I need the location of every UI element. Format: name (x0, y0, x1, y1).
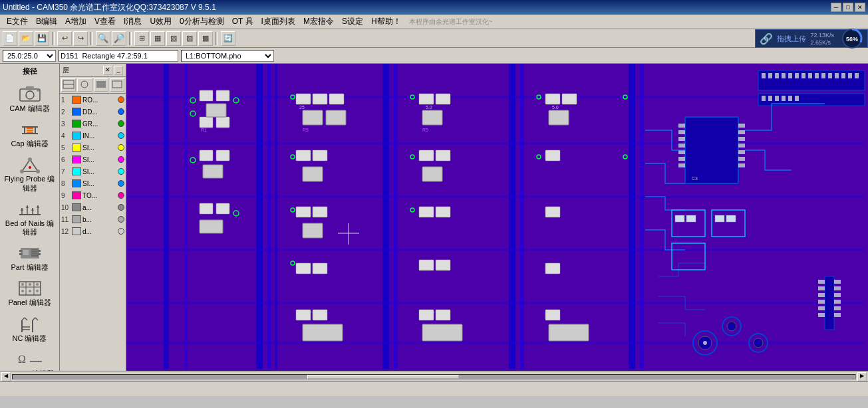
tb-zoom-in[interactable]: 🔍 (96, 31, 110, 46)
svg-rect-110 (296, 207, 311, 217)
tb-redo[interactable]: ↪ (73, 31, 88, 46)
layer-select[interactable]: L1:BOTTOM.pho L2:TOP.pho (181, 50, 274, 62)
upload-speed2: 2.65K/s (810, 39, 834, 46)
layer-panel-minimize[interactable]: _ (114, 66, 123, 75)
layer-row-10[interactable]: 10 a... (60, 201, 126, 213)
tb-grid5[interactable]: ▩ (198, 31, 213, 46)
scroll-left-btn[interactable]: ◀ (1, 372, 11, 381)
svg-rect-33 (38, 250, 41, 252)
menu-view[interactable]: V查看 (90, 15, 120, 29)
svg-marker-27 (31, 208, 34, 211)
svg-rect-93 (216, 150, 229, 161)
tb-new[interactable]: 📄 (3, 31, 17, 46)
svg-rect-114 (313, 263, 327, 274)
upload-label[interactable]: 拖拽上传 (777, 34, 806, 44)
pcb-canvas[interactable]: 25 5.0 5.0 C3 R1 R5 R9 (126, 64, 868, 371)
layer-row-3[interactable]: 3 GR... (60, 118, 126, 130)
scroll-track[interactable] (12, 374, 856, 379)
coord-select[interactable]: 25.0:25.0 (3, 50, 56, 62)
menu-macro[interactable]: M宏指令 (299, 15, 338, 29)
layer-icon-btn-4[interactable] (110, 78, 124, 92)
tb-open[interactable]: 📂 (19, 31, 33, 46)
menu-analysis[interactable]: 0分析与检测 (176, 15, 228, 29)
layer-icon-btn-1[interactable] (61, 78, 76, 92)
layer-row-2[interactable]: 2 DD... (60, 106, 126, 118)
svg-rect-140 (678, 124, 685, 128)
svg-rect-155 (762, 73, 766, 78)
svg-rect-116 (313, 310, 327, 320)
menu-info[interactable]: I消息 (120, 15, 146, 29)
svg-rect-151 (738, 150, 745, 154)
layer-row-5[interactable]: 5 SI... (60, 142, 126, 153)
layer-icon-btn-2[interactable] (77, 78, 92, 92)
close-button[interactable]: ✕ (855, 3, 865, 12)
maximize-button[interactable]: □ (843, 3, 853, 12)
layer-icon-btn-3[interactable] (94, 78, 108, 92)
sidebar-item-part[interactable]: Part 编辑器 (3, 241, 57, 273)
menu-credit: 本程序由余光谱工作室汉化~ (405, 16, 497, 28)
tb-grid1[interactable]: ⊞ (134, 31, 149, 46)
svg-text:Ω: Ω (18, 354, 26, 365)
pcb-view[interactable]: 25 5.0 5.0 C3 R1 R5 R9 (126, 64, 868, 371)
sidebar-item-symbol[interactable]: Ω Symbol 编辑器 (3, 347, 57, 371)
sidebar-title: 接径 (23, 66, 37, 76)
svg-rect-141 (678, 130, 685, 134)
menu-file[interactable]: E文件 (3, 15, 32, 29)
svg-text:R5: R5 (303, 128, 309, 132)
svg-point-45 (29, 283, 31, 286)
svg-rect-163 (815, 73, 819, 78)
tb-grid2[interactable]: ▦ (150, 31, 165, 46)
sidebar-item-nc[interactable]: NC 编辑器 (3, 312, 57, 344)
svg-rect-106 (326, 110, 346, 125)
svg-rect-148 (738, 130, 745, 134)
svg-rect-212 (686, 215, 696, 222)
sidebar-item-bed-of-nails[interactable]: Bed of Nails 编辑器 (3, 197, 57, 238)
menu-settings[interactable]: S设定 (338, 15, 367, 29)
horizontal-scrollbar[interactable]: ◀ ▶ (0, 371, 868, 381)
layer-row-1[interactable]: 1 RO... (60, 94, 126, 106)
sidebar-item-panel[interactable]: Panel 编辑器 (3, 276, 57, 308)
tb-grid3[interactable]: ▧ (166, 31, 181, 46)
sidebar-item-flying-probe[interactable]: Flying Probe 编辑器 (3, 152, 57, 193)
tb-grid4[interactable]: ▨ (182, 31, 197, 46)
scroll-right-btn[interactable]: ▶ (857, 372, 867, 381)
svg-line-57 (35, 318, 38, 320)
nc-icon (17, 313, 43, 334)
tb-undo[interactable]: ↩ (57, 31, 72, 46)
layer-row-11[interactable]: 11 b... (60, 213, 126, 225)
upload-area[interactable]: 🔗 拖拽上传 72.13K/s 2.65K/s 56% (755, 29, 868, 48)
layer-row-6[interactable]: 6 SI... (60, 153, 126, 165)
tb-sep4 (216, 32, 218, 45)
layer-row-8[interactable]: 8 SI... (60, 177, 126, 189)
part-icon (17, 242, 43, 263)
menu-utility[interactable]: U效用 (146, 15, 176, 29)
scroll-thumb[interactable] (307, 375, 459, 379)
tb-zoom-out[interactable]: 🔎 (112, 31, 126, 46)
layer-row-12[interactable]: 12 d... (60, 225, 126, 237)
toolbar: 📄 📂 💾 ↩ ↪ 🔍 🔎 ⊞ ▦ ▧ ▨ ▩ 🔄 🔗 拖拽上传 72.13K/… (0, 29, 868, 48)
svg-rect-34 (38, 253, 41, 255)
layer-info-input[interactable] (59, 50, 178, 62)
svg-rect-107 (296, 150, 311, 161)
layer-row-4[interactable]: 4 IN... (60, 130, 126, 142)
menu-add[interactable]: A增加 (61, 15, 90, 29)
sidebar-item-cam[interactable]: CAM 编辑器 (3, 82, 57, 114)
menu-tools[interactable]: OT 具 (228, 15, 257, 29)
panel-icon (17, 277, 43, 298)
layer-panel-close[interactable]: ✕ (103, 66, 112, 75)
svg-rect-92 (200, 150, 213, 161)
layer-row-9[interactable]: 9 TO... (60, 189, 126, 201)
svg-rect-131 (545, 94, 560, 104)
layer-panel: 层 ✕ _ 1 RO... 2 (60, 64, 126, 371)
layer-row-7[interactable]: 7 SI... (60, 165, 126, 177)
svg-rect-213 (715, 215, 724, 222)
svg-point-48 (29, 290, 31, 292)
minimize-button[interactable]: ─ (831, 3, 841, 12)
tb-refresh[interactable]: 🔄 (221, 31, 235, 46)
svg-rect-135 (545, 207, 560, 217)
menu-help[interactable]: H帮助！ (367, 15, 405, 29)
sidebar-item-cap[interactable]: Cap 编辑器 (3, 117, 57, 150)
tb-save[interactable]: 💾 (35, 31, 49, 46)
menu-edit[interactable]: B编辑 (32, 15, 61, 29)
menu-desktop[interactable]: I桌面列表 (257, 15, 299, 29)
